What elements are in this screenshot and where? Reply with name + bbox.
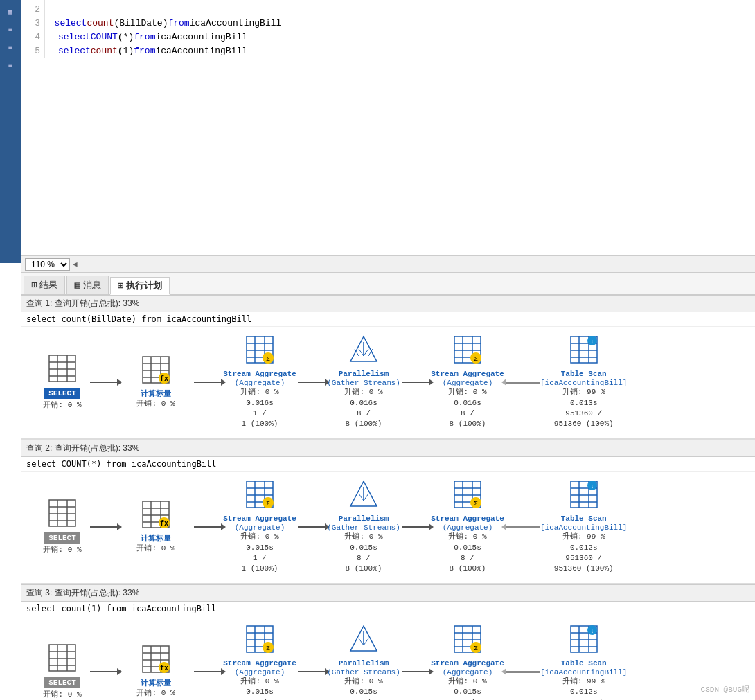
q3-stream2-stats: 升销: 0 %0.015s8 /8 (100%) xyxy=(448,676,486,700)
sidebar-icon-1[interactable]: ▦ xyxy=(2,3,19,20)
query-2-sql: select COUNT(*) from icaAccountingBill xyxy=(21,457,755,472)
q2-table-icon xyxy=(48,499,77,528)
q1-stream1-title: Stream Aggregate xyxy=(223,369,296,379)
sidebar-icon-2[interactable]: ≡ xyxy=(2,21,19,38)
execplan-icon: ⊞ xyxy=(118,280,123,291)
messages-icon: ▦ xyxy=(74,279,80,291)
q1-stream2-node: Σ Stream Aggregate (Aggregate) 升销: 0 %0.… xyxy=(429,335,506,430)
q1-stream1-sub: (Aggregate) xyxy=(235,379,285,387)
tab-bar: ⊞ 结果 ▦ 消息 ⊞ 执行计划 xyxy=(21,273,755,295)
q2-arrow-4 xyxy=(402,526,429,528)
q3-calc-icon: fx xyxy=(141,645,170,674)
q2-parallel-sub: (Gather Streams) xyxy=(327,523,400,532)
q3-select-stats: 开销: 0 % xyxy=(43,690,81,700)
fn-count-5: count xyxy=(91,44,118,58)
q2-arrow-1 xyxy=(90,526,118,528)
code-arg-4: (*) xyxy=(118,30,134,44)
svg-text:Σ: Σ xyxy=(474,501,478,508)
q3-stream2-icon: Σ xyxy=(453,625,482,654)
q3-select-node: SELECT 开销: 0 % xyxy=(35,643,90,700)
q2-arrow-3 xyxy=(298,526,326,528)
q2-stream2-icon: Σ xyxy=(453,480,482,509)
q3-parallel-title: Parallelism xyxy=(339,658,389,668)
query-1-section: 查询 1: 查询开销(占总批): 33% select count(BillDa… xyxy=(21,295,755,440)
q2-arrow-2 xyxy=(194,526,222,528)
q1-calc-title: 计算标量 xyxy=(141,389,171,399)
q1-tablescan-node: ↓ Table Scan [icaAccountingBill] 升销: 99 … xyxy=(540,335,627,430)
q1-stream1-node: Σ Stream Aggregate (Aggregate) 升销: 0 %0.… xyxy=(222,335,298,430)
q1-arrow-2 xyxy=(194,382,222,383)
scroll-left-icon[interactable]: ◀ xyxy=(73,260,78,269)
q1-tablescan-stats: 升销: 99 %0.013s951360 /951360 (100%) xyxy=(554,387,614,430)
q2-stream2-node: Σ Stream Aggregate (Aggregate) 升销: 0 %0.… xyxy=(429,480,506,575)
q2-stream1-stats: 升销: 0 %0.015s1 /1 (100%) xyxy=(240,532,278,575)
results-icon: ⊞ xyxy=(31,279,37,291)
svg-text:fx: fx xyxy=(160,520,168,528)
kw-from-5: from xyxy=(134,44,155,58)
q2-tablescan-title: Table Scan xyxy=(561,514,607,523)
tab-results-label: 结果 xyxy=(39,279,57,291)
sidebar: ▦ ≡ ≡ ≡ xyxy=(0,0,21,263)
svg-text:↓: ↓ xyxy=(590,628,594,635)
q2-select-badge: SELECT xyxy=(44,532,80,544)
query-3-sql: select count(1) from icaAccountingBill xyxy=(21,602,755,616)
svg-line-25 xyxy=(364,349,368,356)
q2-tablescan-sub: [icaAccountingBill] xyxy=(540,523,627,532)
tab-messages[interactable]: ▦ 消息 xyxy=(66,276,108,294)
q1-parallel-title: Parallelism xyxy=(339,369,389,379)
tab-execplan-label: 执行计划 xyxy=(126,280,162,292)
q3-arrow-4 xyxy=(402,671,429,672)
q2-stream1-icon: Σ xyxy=(245,480,274,509)
q1-parallel-node: Parallelism (Gather Streams) 升销: 0 %0.01… xyxy=(326,335,402,430)
q3-parallel-sub: (Gather Streams) xyxy=(327,668,400,676)
kw-select-5: select xyxy=(58,44,91,58)
kw-from-3: from xyxy=(168,17,189,30)
q3-parallel-stats: 升销: 0 %0.015s8 /8 (100%) xyxy=(344,676,382,700)
q1-stream1-icon: Σ xyxy=(245,335,274,364)
svg-text:↓: ↓ xyxy=(590,339,594,345)
code-lines[interactable]: – select count (BillDate) from icaAccoun… xyxy=(48,0,755,58)
q3-table-icon xyxy=(48,643,77,672)
q1-select-stats: 开销: 0 % xyxy=(43,400,81,411)
query-1-sql: select count(BillDate) from icaAccountin… xyxy=(21,312,755,327)
kw-select-4: select xyxy=(58,30,91,44)
q2-calc-stats: 开销: 0 % xyxy=(136,544,175,554)
q2-arrow-5 xyxy=(506,526,540,528)
q3-tablescan-node: ↓ Table Scan [icaAccountingBill] 升销: 99 … xyxy=(540,625,627,700)
q1-parallel-stats: 升销: 0 %0.016s8 /8 (100%) xyxy=(344,387,382,430)
q1-select-node: SELECT 开销: 0 % xyxy=(35,354,90,411)
results-area[interactable]: 查询 1: 查询开销(占总批): 33% select count(BillDa… xyxy=(21,295,755,700)
query-3-plan: SELECT 开销: 0 % fx 计算 xyxy=(21,616,755,700)
q3-tablescan-stats: 升销: 99 %0.012s951360 /951360 (100%) xyxy=(554,676,614,700)
query-3-section: 查询 3: 查询开销(占总批): 33% select count(1) fro… xyxy=(21,584,755,700)
collapse-btn-3[interactable]: – xyxy=(48,17,53,30)
q1-calc-node: fx 计算标量 开销: 0 % xyxy=(118,355,194,410)
zoom-select[interactable]: 110 % 100 % 75 % xyxy=(25,258,70,271)
q2-calc-node: fx 计算标量 开销: 0 % xyxy=(118,500,194,555)
q3-arrow-3 xyxy=(298,671,326,672)
sidebar-icon-4[interactable]: ≡ xyxy=(2,57,19,74)
q3-calc-stats: 开销: 0 % xyxy=(136,688,175,699)
svg-text:Σ: Σ xyxy=(266,645,270,652)
q1-arrow-1 xyxy=(90,382,118,383)
svg-rect-0 xyxy=(49,355,76,382)
tab-results[interactable]: ⊞ 结果 xyxy=(24,276,65,294)
sidebar-icon-3[interactable]: ≡ xyxy=(2,39,19,56)
q1-calc-icon: fx xyxy=(141,355,170,384)
q3-stream2-node: Σ Stream Aggregate (Aggregate) 升销: 0 %0.… xyxy=(429,625,506,700)
q1-stream2-stats: 升销: 0 %0.016s8 /8 (100%) xyxy=(448,387,486,430)
editor-area: 2 3 4 5 – select count (BillDate) from i… xyxy=(21,0,755,256)
kw-select-3: select xyxy=(55,17,87,30)
q1-stream2-icon: Σ xyxy=(453,335,482,364)
q3-parallel-icon xyxy=(349,625,378,654)
q1-stream2-sub: (Aggregate) xyxy=(443,379,493,387)
q3-stream1-icon: Σ xyxy=(245,625,274,654)
tab-execplan[interactable]: ⊞ 执行计划 xyxy=(110,277,170,295)
svg-rect-86 xyxy=(49,645,76,671)
svg-text:Σ: Σ xyxy=(266,501,270,508)
q2-tablescan-stats: 升销: 99 %0.012s951360 /951360 (100%) xyxy=(554,532,614,575)
q3-arrow-1 xyxy=(90,671,118,672)
query-2-header: 查询 2: 查询开销(占总批): 33% xyxy=(21,440,755,457)
q1-table-icon xyxy=(48,354,77,383)
q3-select-badge: SELECT xyxy=(44,677,80,688)
